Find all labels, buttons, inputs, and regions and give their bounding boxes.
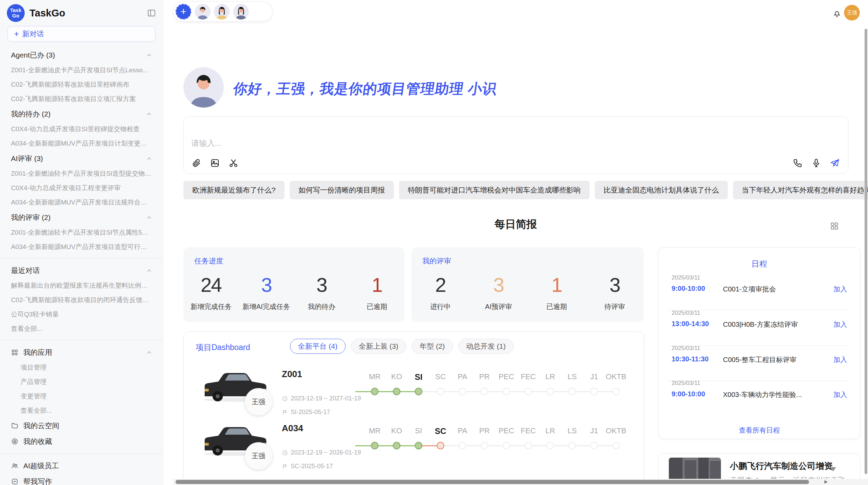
- milestone-node[interactable]: [590, 442, 598, 449]
- milestone-node[interactable]: [546, 388, 554, 395]
- milestone-node[interactable]: [568, 442, 576, 449]
- milestone-node[interactable]: [371, 442, 378, 449]
- layout-grid-icon[interactable]: [830, 221, 839, 231]
- suggestion-chip[interactable]: 比亚迪全固态电池计划具体说了什么: [595, 181, 728, 199]
- vertical-scrollbar-thumb[interactable]: [865, 29, 867, 474]
- sidebar-view-all-link[interactable]: 查看全部...: [0, 322, 163, 336]
- event-name: C001-立项审批会: [723, 285, 776, 294]
- milestone-node[interactable]: [481, 388, 488, 395]
- sidebar-tool-write[interactable]: 帮我写作: [0, 474, 163, 485]
- chevron-up-icon[interactable]: [146, 349, 153, 356]
- milestone-node[interactable]: [503, 442, 510, 449]
- clock-icon: [282, 450, 288, 456]
- event-join-link[interactable]: 加入: [833, 285, 847, 294]
- milestone-node[interactable]: [393, 442, 400, 449]
- horizontal-scrollbar[interactable]: [173, 479, 868, 485]
- sidebar-app-item[interactable]: 项目管理: [0, 360, 163, 375]
- notification-bell-icon[interactable]: [832, 9, 842, 18]
- suggestion-chip[interactable]: 欧洲新规最近颁布了什么?: [183, 181, 285, 199]
- teammate-avatar[interactable]: [214, 4, 230, 20]
- attachment-icon[interactable]: [191, 158, 202, 168]
- sidebar-item[interactable]: C0X4-动力总成开发项目工程变更评审: [0, 181, 163, 195]
- scroll-right-arrow-icon[interactable]: [824, 480, 828, 484]
- sidebar-item[interactable]: 公司Q3轻卡销量: [0, 307, 163, 322]
- sidebar-item[interactable]: C02-飞腾新能源轻客改款项目立项汇报方案: [0, 92, 163, 106]
- sidebar-section-header[interactable]: 我的评审 (2): [0, 210, 163, 225]
- message-composer[interactable]: 请输入...: [183, 116, 848, 174]
- milestone-node[interactable]: [393, 388, 400, 395]
- milestone-node[interactable]: [459, 442, 466, 449]
- teammate-avatar[interactable]: [233, 4, 249, 20]
- sidebar-item[interactable]: Z001-全新燃油轻卡产品开发项目SI节点属性5D文件评审: [0, 225, 163, 240]
- milestone-node[interactable]: [415, 388, 422, 395]
- sidebar-item[interactable]: A034-全新新能源MUV产品开发项目法规符合性评审: [0, 195, 163, 210]
- add-member-button[interactable]: +: [176, 4, 191, 20]
- dashboard-tab[interactable]: 年型 (2): [412, 339, 453, 354]
- new-chat-button[interactable]: + 新对话: [8, 26, 155, 42]
- milestone-node[interactable]: [612, 388, 620, 395]
- event-join-link[interactable]: 加入: [833, 390, 847, 399]
- collapse-sidebar-icon[interactable]: [147, 9, 156, 17]
- milestone-node[interactable]: [503, 388, 510, 395]
- milestone-label: OKTB: [601, 426, 631, 435]
- chevron-up-icon[interactable]: [146, 52, 153, 59]
- chevron-up-icon[interactable]: [146, 267, 153, 274]
- milestone-node[interactable]: [459, 388, 466, 395]
- chevron-up-icon[interactable]: [146, 155, 153, 162]
- dashboard-tab[interactable]: 全新平台 (4): [290, 339, 346, 354]
- sidebar-section-my-apps[interactable]: 我的应用: [0, 345, 163, 360]
- sidebar-item[interactable]: C0X4-动力总成开发项目SI里程碑提交物检查: [0, 122, 163, 136]
- dashboard-tab[interactable]: 动总开发 (1): [458, 339, 514, 354]
- sidebar-section-header[interactable]: 我的待办 (2): [0, 106, 163, 122]
- milestone-node[interactable]: [415, 442, 422, 449]
- microphone-icon[interactable]: [811, 158, 821, 168]
- milestone-node[interactable]: [546, 442, 554, 449]
- milestone-node[interactable]: [481, 442, 488, 449]
- chevron-up-icon[interactable]: [146, 214, 153, 221]
- phone-call-icon[interactable]: [793, 158, 803, 168]
- sidebar-item[interactable]: C02-飞腾新能源轻客改款项目的闭环通告反馈情况: [0, 293, 163, 307]
- suggestion-chip[interactable]: 特朗普可能对进口汽车增税会对中国车企造成哪些影响: [399, 181, 590, 199]
- user-avatar[interactable]: 王强: [844, 5, 860, 21]
- sidebar-item[interactable]: A034-全新新能源MUV产品开发项目计划变更表编写: [0, 136, 163, 151]
- event-join-link[interactable]: 加入: [833, 355, 847, 364]
- sidebar-item[interactable]: Z001-全新燃油皮卡产品开发项目SI节点Lesson Learn报告: [0, 63, 163, 77]
- scroll-down-arrow-icon[interactable]: [830, 467, 836, 471]
- sidebar-app-item[interactable]: 变更管理: [0, 389, 163, 403]
- stat-value: 1: [349, 273, 405, 297]
- sidebar-item[interactable]: A034-全新新能源MUV产品开发项目造型可行性评审: [0, 240, 163, 254]
- send-icon[interactable]: [830, 158, 840, 168]
- suggestion-chip[interactable]: 当下年轻人对汽车外观有怎样的喜好趋势: [733, 181, 868, 199]
- milestone-node[interactable]: [525, 388, 532, 395]
- event-name: X003-车辆动力学性能验...: [723, 390, 802, 399]
- sidebar-section-header[interactable]: 最近对话: [0, 263, 163, 278]
- sidebar-item[interactable]: C02-飞腾新能源轻客改款项目里程碑画布: [0, 77, 163, 92]
- milestone-node[interactable]: [371, 388, 378, 395]
- sidebar-section-header[interactable]: Agent已办 (3): [0, 47, 163, 63]
- dashboard-title: 项目Dashboard: [196, 342, 250, 353]
- schedule-view-all-link[interactable]: 查看所有日程: [659, 426, 860, 435]
- teammate-avatar[interactable]: [195, 4, 210, 20]
- event-join-link[interactable]: 加入: [833, 320, 847, 329]
- milestone-node[interactable]: [568, 388, 576, 395]
- sidebar-app-item[interactable]: 产品管理: [0, 375, 163, 389]
- sidebar-item[interactable]: Z001-全新燃油轻卡产品开发项目SI造型提交物评审: [0, 166, 163, 181]
- milestone-node[interactable]: [437, 442, 444, 449]
- scissors-icon[interactable]: [228, 158, 239, 168]
- milestone-node[interactable]: [437, 388, 444, 395]
- dashboard-tab[interactable]: 全新上装 (3): [351, 339, 407, 354]
- milestone-node[interactable]: [590, 388, 598, 395]
- milestone-node[interactable]: [525, 442, 532, 449]
- image-icon[interactable]: [210, 158, 220, 168]
- stat-value: 3: [470, 273, 528, 297]
- milestone-node[interactable]: [612, 442, 620, 449]
- suggestion-chip[interactable]: 如何写一份清晰的项目周报: [290, 181, 394, 199]
- chevron-up-icon[interactable]: [146, 111, 153, 117]
- horizontal-scrollbar-thumb[interactable]: [176, 480, 809, 484]
- sidebar-app-item[interactable]: 查看全部...: [0, 403, 163, 418]
- sidebar-item-badge-star[interactable]: 我的收藏: [0, 434, 163, 449]
- sidebar-section-header[interactable]: AI评审 (3): [0, 151, 163, 166]
- sidebar-item-folder[interactable]: 我的云空间: [0, 418, 163, 434]
- sidebar-tool-people[interactable]: AI超级员工: [0, 458, 163, 474]
- sidebar-item[interactable]: 解释最新出台的欧盟报废车法规再生塑料比例被调至15%...: [0, 278, 163, 293]
